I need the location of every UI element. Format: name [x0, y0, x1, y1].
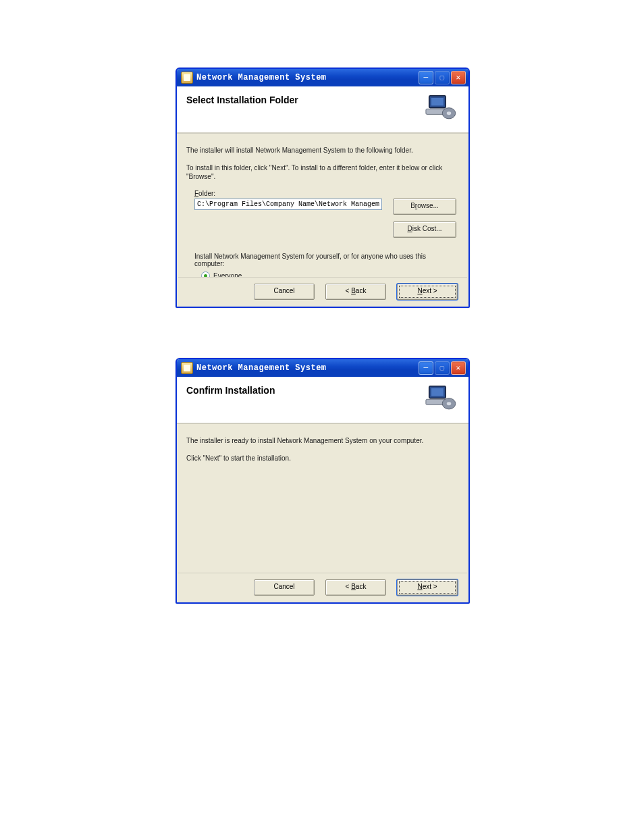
setup-computer-icon — [421, 92, 459, 122]
close-button[interactable]: ✕ — [451, 71, 466, 84]
maximize-button: ▢ — [435, 361, 450, 375]
folder-input[interactable] — [194, 199, 382, 210]
wizard-body: The installer is ready to install Networ… — [177, 424, 468, 473]
back-button[interactable]: < Back — [325, 579, 386, 596]
intro-text-2: To install in this folder, click "Next".… — [186, 163, 459, 182]
intro-text-2: Click "Next" to start the installation. — [186, 454, 459, 463]
minimize-button[interactable]: ─ — [419, 361, 433, 375]
window-title: Network Management System — [196, 363, 419, 373]
minimize-button[interactable]: ─ — [419, 71, 433, 84]
wizard-footer: Cancel < Back Next > — [178, 277, 467, 305]
titlebar[interactable]: Network Management System ─ ▢ ✕ — [177, 359, 468, 377]
next-button[interactable]: Next > — [397, 579, 458, 596]
installer-icon — [181, 362, 193, 374]
titlebar[interactable]: Network Management System ─ ▢ ✕ — [177, 69, 468, 86]
window-title: Network Management System — [196, 73, 419, 82]
page-title: Confirm Installation — [186, 385, 275, 396]
maximize-button: ▢ — [435, 71, 450, 84]
setup-computer-icon — [421, 382, 459, 412]
install-for-text: Install Network Management System for yo… — [194, 253, 455, 267]
window-controls: ─ ▢ ✕ — [419, 71, 466, 84]
back-button[interactable]: < Back — [325, 284, 386, 300]
window-controls: ─ ▢ ✕ — [419, 361, 466, 375]
cancel-button[interactable]: Cancel — [254, 579, 315, 596]
intro-text-1: The installer is ready to install Networ… — [186, 436, 459, 446]
wizard-header: Confirm Installation — [177, 377, 468, 424]
svg-rect-1 — [431, 98, 444, 105]
browse-button[interactable]: Browse... — [393, 199, 456, 215]
installer-icon — [181, 72, 193, 84]
page-title: Select Installation Folder — [186, 95, 298, 105]
wizard-header: Select Installation Folder — [177, 86, 468, 134]
svg-point-4 — [447, 111, 452, 115]
disk-cost-button[interactable]: Disk Cost... — [393, 221, 456, 238]
wizard-footer: Cancel < Back Next > — [178, 573, 467, 601]
intro-text-1: The installer will install Network Manag… — [186, 146, 459, 155]
folder-label: Folder: — [194, 190, 455, 197]
wizard-body: The installer will install Network Manag… — [177, 134, 468, 296]
installer-dialog-folder: Network Management System ─ ▢ ✕ Select I… — [176, 68, 470, 308]
close-button[interactable]: ✕ — [451, 361, 466, 375]
installer-dialog-confirm: Network Management System ─ ▢ ✕ Confirm … — [176, 358, 470, 604]
svg-point-9 — [447, 402, 452, 405]
next-button[interactable]: Next > — [397, 284, 458, 300]
svg-rect-6 — [431, 388, 444, 396]
cancel-button[interactable]: Cancel — [254, 284, 315, 300]
